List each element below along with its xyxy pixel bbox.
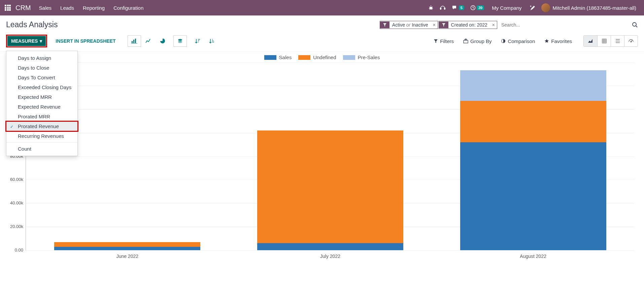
top-navbar: CRM Sales Leads Reporting Configuration … xyxy=(0,0,644,15)
measure-prorated-revenue-label: Prorated Revenue xyxy=(18,123,59,129)
nav-sales[interactable]: Sales xyxy=(39,5,52,11)
y-tick-label: 60.00k xyxy=(6,177,23,182)
chart-plot: 0.0020.00k40.00k60.00k80.00k100.00k120.0… xyxy=(26,62,635,251)
close-icon[interactable]: × xyxy=(431,22,437,28)
check-icon: ✓ xyxy=(10,124,13,129)
measure-expected-mrr[interactable]: Expected MRR xyxy=(6,92,77,102)
svg-point-8 xyxy=(178,39,182,40)
control-panel: MEASURES ▾ INSERT IN SPREADSHEET Filters… xyxy=(0,33,644,52)
groupby-menu[interactable]: Group By xyxy=(463,38,492,44)
bar-segment[interactable] xyxy=(54,242,200,247)
legend-presales[interactable]: Pre-Sales xyxy=(343,54,380,60)
nav-reporting[interactable]: Reporting xyxy=(83,5,105,11)
filter-icon xyxy=(380,22,389,28)
company-selector[interactable]: My Company xyxy=(492,5,521,11)
nav-leads[interactable]: Leads xyxy=(60,5,74,11)
favorites-menu[interactable]: Favorites xyxy=(544,38,572,44)
search-facet-active[interactable]: Active or Inactive × xyxy=(380,21,438,29)
legend-undefined[interactable]: Undefined xyxy=(298,54,336,60)
graph-view-icon[interactable] xyxy=(584,36,597,46)
close-icon[interactable]: × xyxy=(490,22,497,28)
svg-rect-5 xyxy=(132,41,133,43)
x-tick-label: July 2022 xyxy=(320,254,340,259)
dashboard-view-icon[interactable] xyxy=(624,36,638,46)
bar-segment[interactable] xyxy=(257,130,403,243)
bar-segment[interactable] xyxy=(257,243,403,250)
bar-chart-icon[interactable] xyxy=(128,35,141,47)
measure-recurring-revenues[interactable]: Recurring Revenues xyxy=(6,131,77,141)
svg-point-9 xyxy=(178,40,182,42)
bug-icon[interactable] xyxy=(428,5,434,10)
support-icon[interactable] xyxy=(440,5,446,10)
sort-asc-icon[interactable] xyxy=(205,35,218,47)
page-title: Leads Analysis xyxy=(6,20,58,29)
pivot-view-icon[interactable] xyxy=(597,36,611,46)
legend-sales-label: Sales xyxy=(279,54,292,60)
clock-icon[interactable]: 39 xyxy=(470,5,484,10)
nav-configuration[interactable]: Configuration xyxy=(113,5,143,11)
bar-segment[interactable] xyxy=(460,101,606,142)
menu-separator xyxy=(6,142,77,143)
insert-spreadsheet-button[interactable]: INSERT IN SPREADSHEET xyxy=(52,36,119,46)
messages-badge: 5 xyxy=(459,5,464,10)
comparison-label: Comparison xyxy=(508,38,535,44)
view-switcher xyxy=(583,35,638,47)
svg-rect-2 xyxy=(444,8,445,9)
favorites-label: Favorites xyxy=(551,38,572,44)
svg-rect-12 xyxy=(602,39,606,43)
line-chart-icon[interactable] xyxy=(142,35,155,47)
y-tick-label: 40.00k xyxy=(6,200,23,205)
header: Leads Analysis Active or Inactive × Crea… xyxy=(0,15,644,33)
svg-point-0 xyxy=(430,7,432,9)
sort-desc-icon[interactable] xyxy=(191,35,204,47)
search-icon[interactable] xyxy=(632,22,638,28)
legend-sales[interactable]: Sales xyxy=(264,54,292,60)
svg-rect-6 xyxy=(133,40,134,43)
clock-badge: 39 xyxy=(477,5,484,10)
svg-point-10 xyxy=(178,42,182,43)
measures-dropdown: Days to Assign Days to Close Days To Con… xyxy=(6,51,78,156)
measures-button[interactable]: MEASURES ▾ xyxy=(7,36,46,46)
user-menu[interactable]: Mitchell Admin (18637485-master-all) xyxy=(541,3,636,12)
filters-menu[interactable]: Filters xyxy=(434,38,454,44)
legend-undefined-label: Undefined xyxy=(313,54,336,60)
y-tick-label: 20.00k xyxy=(6,224,23,229)
filter-icon xyxy=(439,22,448,28)
measure-days-to-assign[interactable]: Days to Assign xyxy=(6,53,77,63)
stacked-icon[interactable] xyxy=(173,35,187,47)
search-input[interactable] xyxy=(499,21,627,29)
bar-segment[interactable] xyxy=(460,70,606,101)
measure-prorated-mrr[interactable]: Prorated MRR xyxy=(6,112,77,121)
measure-days-to-close[interactable]: Days to Close xyxy=(6,63,77,73)
bar-segment[interactable] xyxy=(460,142,606,250)
user-name: Mitchell Admin (18637485-master-all) xyxy=(553,5,636,11)
caret-down-icon: ▾ xyxy=(40,38,42,44)
tools-icon[interactable] xyxy=(530,5,535,10)
facet1-post: Inactive xyxy=(412,22,428,28)
chart-legend: Sales Undefined Pre-Sales xyxy=(6,54,638,60)
highlight-measures: MEASURES ▾ xyxy=(6,35,47,47)
apps-icon[interactable] xyxy=(5,5,11,11)
facet1-pre: Active xyxy=(392,22,405,28)
measures-label: MEASURES xyxy=(11,38,38,44)
search-facet-created[interactable]: Created on: 2022 × xyxy=(439,21,497,29)
list-view-icon[interactable] xyxy=(611,36,624,46)
measure-expected-revenue[interactable]: Expected Revenue xyxy=(6,102,77,112)
chart-area: Sales Undefined Pre-Sales 0.0020.00k40.0… xyxy=(0,52,644,261)
pie-chart-icon[interactable] xyxy=(156,35,169,47)
measure-count[interactable]: Count xyxy=(6,144,77,154)
groupby-label: Group By xyxy=(470,38,492,44)
avatar xyxy=(541,3,550,12)
measure-days-to-convert[interactable]: Days To Convert xyxy=(6,73,77,82)
y-tick-label: 0.00 xyxy=(6,247,23,253)
search-box[interactable] xyxy=(499,21,627,29)
brand[interactable]: CRM xyxy=(15,4,31,12)
bar-segment[interactable] xyxy=(54,247,200,250)
measure-exceeded-closing-days[interactable]: Exceeded Closing Days xyxy=(6,82,77,92)
svg-point-4 xyxy=(633,23,636,26)
facet2-label: Created on: 2022 xyxy=(448,21,490,29)
comparison-menu[interactable]: Comparison xyxy=(501,38,535,44)
messages-icon[interactable]: 5 xyxy=(452,5,464,10)
measure-prorated-revenue[interactable]: ✓Prorated Revenue xyxy=(6,121,78,131)
svg-rect-7 xyxy=(135,39,136,43)
